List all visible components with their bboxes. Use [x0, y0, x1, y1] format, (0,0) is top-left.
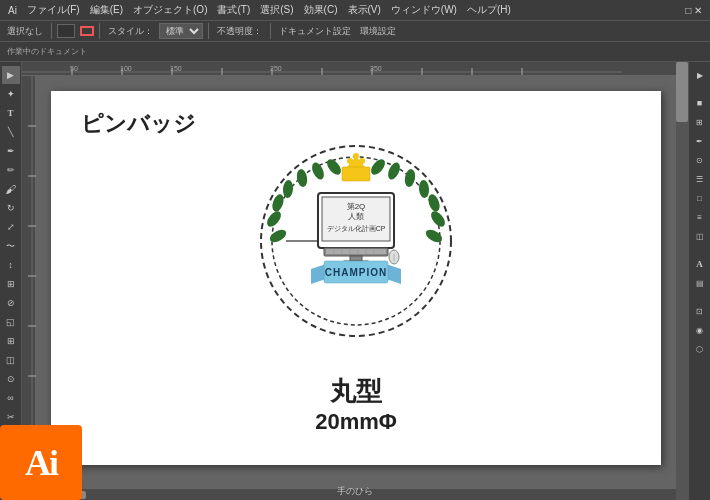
- svg-point-38: [404, 168, 417, 187]
- perspective-tool[interactable]: ◱: [2, 313, 20, 331]
- swatches-icon[interactable]: ⊞: [691, 113, 709, 131]
- monitor: 第2Q 人類 デジタル化計画CP: [318, 193, 399, 264]
- layers-icon[interactable]: ☰: [691, 170, 709, 188]
- svg-text:CHAMPION: CHAMPION: [325, 267, 387, 278]
- width-tool[interactable]: ↕: [2, 256, 20, 274]
- svg-point-29: [282, 180, 294, 199]
- breadcrumb-path: 作業中のドキュメント: [4, 45, 90, 58]
- badge-text-line2: 20mmΦ: [315, 409, 397, 435]
- svg-text:150: 150: [170, 65, 182, 72]
- ribbon: CHAMPION: [311, 261, 401, 284]
- svg-point-31: [310, 161, 327, 182]
- direct-select-tool[interactable]: ✦: [2, 85, 20, 103]
- ai-logo-text: Ai: [25, 442, 57, 484]
- fill-swatch[interactable]: [57, 24, 75, 38]
- shape-builder-tool[interactable]: ⊘: [2, 294, 20, 312]
- toolbar-main: 選択なし スタイル： 標準 不透明度： ドキュメント設定 環境設定: [0, 20, 710, 42]
- brushes-icon[interactable]: ✒: [691, 132, 709, 150]
- graphic-styles-icon[interactable]: ⬡: [691, 340, 709, 358]
- badge-container: 第2Q 人類 デジタル化計画CP: [256, 141, 456, 341]
- svg-point-30: [296, 168, 309, 187]
- badge-svg: 第2Q 人類 デジタル化計画CP: [256, 141, 456, 341]
- svg-text:50: 50: [70, 65, 78, 72]
- svg-point-45: [359, 158, 365, 164]
- divider-1: [51, 23, 52, 39]
- svg-point-26: [268, 227, 289, 245]
- gradient-tool[interactable]: ◫: [2, 351, 20, 369]
- menu-edit[interactable]: 編集(E): [86, 2, 127, 18]
- svg-point-27: [264, 209, 283, 229]
- rotate-tool[interactable]: ↻: [2, 199, 20, 217]
- divider-3: [208, 23, 209, 39]
- doc-settings-btn[interactable]: ドキュメント設定: [276, 24, 354, 39]
- pencil-tool[interactable]: ✏: [2, 161, 20, 179]
- scrollbar-vertical[interactable]: [676, 62, 688, 500]
- svg-point-36: [426, 193, 442, 213]
- mesh-tool[interactable]: ⊞: [2, 332, 20, 350]
- svg-point-34: [424, 227, 445, 245]
- svg-rect-52: [326, 249, 386, 254]
- svg-text:250: 250: [270, 65, 282, 72]
- badge-bottom-text: 丸型 20mmΦ: [315, 374, 397, 435]
- artboards-icon[interactable]: □: [691, 189, 709, 207]
- appearance-icon[interactable]: ◉: [691, 321, 709, 339]
- scrollbar-thumb-v[interactable]: [676, 62, 688, 122]
- align-icon[interactable]: ≡: [691, 208, 709, 226]
- free-transform-tool[interactable]: ⊞: [2, 275, 20, 293]
- style-select[interactable]: 標準: [159, 23, 203, 39]
- ruler-horizontal: 50 100 150 250 350: [22, 62, 676, 76]
- menu-window[interactable]: ウィンドウ(W): [387, 2, 461, 18]
- color-panel-icon[interactable]: ■: [691, 94, 709, 112]
- ruler-ticks: 50 100 150 250 350: [22, 62, 676, 76]
- right-panel-collapse[interactable]: ▶: [691, 66, 709, 84]
- menu-view[interactable]: 表示(V): [344, 2, 385, 18]
- warp-tool[interactable]: 〜: [2, 237, 20, 255]
- artboard-page[interactable]: ピンバッジ: [51, 91, 661, 465]
- para-panel-icon[interactable]: ▤: [691, 274, 709, 292]
- menu-ai[interactable]: Ai: [4, 4, 21, 17]
- env-settings-btn[interactable]: 環境設定: [357, 24, 399, 39]
- menu-file[interactable]: ファイル(F): [23, 2, 84, 18]
- type-tool[interactable]: T: [2, 104, 20, 122]
- menu-format[interactable]: 書式(T): [213, 2, 254, 18]
- svg-text:デジタル化計画CP: デジタル化計画CP: [327, 225, 386, 233]
- svg-text:100: 100: [120, 65, 132, 72]
- menu-expand[interactable]: □ ✕: [681, 4, 706, 17]
- svg-point-40: [368, 157, 387, 177]
- menu-select[interactable]: 選択(S): [256, 2, 297, 18]
- menu-help[interactable]: ヘルプ(H): [463, 2, 515, 18]
- main-layout: ▶ ✦ T ╲ ✒ ✏ 🖌 ↻ ⤢ 〜 ↕ ⊞ ⊘ ◱ ⊞ ◫ ⊙ ∞ ✂ □ …: [0, 62, 710, 500]
- scale-tool[interactable]: ⤢: [2, 218, 20, 236]
- pen-tool[interactable]: ✒: [2, 142, 20, 160]
- char-panel-icon[interactable]: A: [691, 255, 709, 273]
- menu-effect[interactable]: 効果(C): [300, 2, 342, 18]
- badge-text-line1: 丸型: [315, 374, 397, 409]
- menu-bar: Ai ファイル(F) 編集(E) オブジェクト(O) 書式(T) 選択(S) 効…: [0, 0, 710, 20]
- scissors-tool[interactable]: ✂: [2, 408, 20, 426]
- pathfinder-icon[interactable]: ◫: [691, 227, 709, 245]
- line-tool[interactable]: ╲: [2, 123, 20, 141]
- divider-2: [99, 23, 100, 39]
- transform-icon[interactable]: ⊡: [691, 302, 709, 320]
- right-panel: ▶ ■ ⊞ ✒ ⊙ ☰ □ ≡ ◫ A ▤ ⊡ ◉ ⬡: [688, 62, 710, 500]
- svg-text:人類: 人類: [348, 212, 364, 221]
- brush-tool[interactable]: 🖌: [2, 180, 20, 198]
- svg-rect-59: [350, 256, 362, 261]
- canvas-content: ピンバッジ: [51, 91, 661, 465]
- toolbar-secondary: 作業中のドキュメント: [0, 42, 710, 62]
- opacity-label: 不透明度：: [214, 24, 265, 39]
- pin-badge-title: ピンバッジ: [81, 109, 196, 139]
- toolbar-style: スタイル：: [105, 24, 156, 39]
- divider-4: [270, 23, 271, 39]
- svg-point-37: [418, 180, 430, 199]
- eyedropper-tool[interactable]: ⊙: [2, 370, 20, 388]
- menu-object[interactable]: オブジェクト(O): [129, 2, 211, 18]
- svg-text:第2Q: 第2Q: [347, 202, 366, 211]
- status-center: 手のひら: [337, 485, 373, 498]
- canvas-area: 50 100 150 250 350: [22, 62, 688, 500]
- symbols-icon[interactable]: ⊙: [691, 151, 709, 169]
- svg-rect-42: [342, 167, 370, 181]
- stroke-swatch[interactable]: [80, 26, 94, 36]
- select-tool[interactable]: ▶: [2, 66, 20, 84]
- blend-tool[interactable]: ∞: [2, 389, 20, 407]
